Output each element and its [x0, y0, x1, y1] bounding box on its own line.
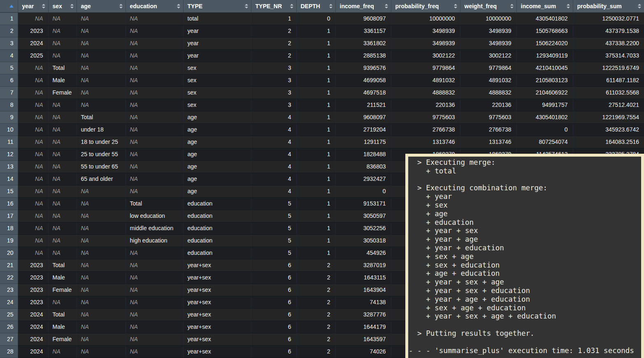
- cell-income_sum: 1293409119: [516, 49, 573, 62]
- cell-DEPTH: 1: [296, 111, 335, 123]
- table-row: 10NANAunder 18NAage412719204276673827667…: [0, 123, 644, 136]
- cell-education: NA: [126, 111, 183, 123]
- column-header-sex[interactable]: sex: [48, 0, 77, 12]
- cell-education: NA: [126, 308, 183, 321]
- console-line: > Putting results together.: [409, 329, 641, 338]
- cell-TYPE_NR: 6: [251, 271, 296, 284]
- column-label: sex: [53, 3, 62, 9]
- cell-weight_freq: 4888832: [460, 86, 516, 99]
- row-number: 23: [0, 284, 18, 296]
- row-number: 20: [0, 247, 18, 259]
- cell-sex: NA: [48, 345, 77, 358]
- table-row: 32024NANANAyear2133618023498939349893915…: [0, 37, 644, 49]
- column-label: age: [81, 3, 91, 9]
- row-number: 27: [0, 333, 18, 345]
- column-header-income_sum[interactable]: income_sum: [516, 0, 573, 12]
- column-header-income_freq[interactable]: income_freq: [335, 0, 391, 12]
- cell-DEPTH: 1: [296, 25, 335, 37]
- cell-DEPTH: 1: [296, 173, 335, 185]
- cell-weight_freq: 2766738: [460, 123, 516, 136]
- cell-education: NA: [126, 185, 183, 197]
- cell-TYPE_NR: 5: [251, 222, 296, 234]
- cell-income_freq: 1643904: [335, 284, 391, 296]
- cell-TYPE: year+sex: [183, 345, 251, 358]
- cell-income_freq: 836803: [335, 160, 391, 173]
- column-header-DEPTH[interactable]: DEPTH: [296, 0, 335, 12]
- cell-weight_freq: 220136: [460, 99, 516, 111]
- cell-TYPE: year+sex: [183, 259, 251, 271]
- cell-education: NA: [126, 271, 183, 284]
- cell-weight_freq: 9779864: [460, 62, 516, 74]
- cell-DEPTH: 1: [296, 197, 335, 210]
- cell-income_freq: 3361802: [335, 37, 391, 49]
- sort-arrows-icon: [510, 4, 514, 8]
- cell-education: NA: [126, 148, 183, 160]
- cell-TYPE: education: [183, 210, 251, 222]
- row-number: 19: [0, 234, 18, 247]
- column-header-TYPE[interactable]: TYPE: [183, 0, 251, 12]
- column-header-year[interactable]: year: [18, 0, 48, 12]
- cell-age: 55 to under 65: [77, 160, 126, 173]
- cell-year: NA: [18, 74, 48, 86]
- cell-TYPE_NR: 4: [251, 111, 296, 123]
- cell-year: NA: [18, 247, 48, 259]
- cell-income_freq: 3050318: [335, 234, 391, 247]
- console-line: > Executing merge:: [409, 158, 641, 167]
- cell-income_freq: 2719204: [335, 123, 391, 136]
- cell-income_freq: 4697518: [335, 86, 391, 99]
- cell-TYPE: year: [183, 25, 251, 37]
- cell-age: NA: [77, 62, 126, 74]
- column-label: weight_freq: [465, 3, 497, 9]
- cell-probability_freq: 9779864: [391, 62, 460, 74]
- column-header-probability_freq[interactable]: probability_freq: [391, 0, 460, 12]
- column-header-probability_sum[interactable]: probability_sum: [573, 0, 644, 12]
- column-header-education[interactable]: education: [126, 0, 183, 12]
- cell-income_freq: 9396576: [335, 62, 391, 74]
- cell-education: NA: [126, 345, 183, 358]
- cell-TYPE: sex: [183, 99, 251, 111]
- cell-income_freq: 1643597: [335, 333, 391, 345]
- cell-probability_sum: 611032.5568: [573, 86, 644, 99]
- cell-DEPTH: 2: [296, 259, 335, 271]
- row-number: 22: [0, 271, 18, 284]
- cell-education: NA: [126, 74, 183, 86]
- cell-probability_sum: 345923.6742: [573, 123, 644, 136]
- cell-TYPE_NR: 6: [251, 296, 296, 308]
- cell-weight_freq: 9775603: [460, 111, 516, 123]
- cell-education: NA: [126, 259, 183, 271]
- cell-TYPE_NR: 6: [251, 321, 296, 333]
- cell-sex: NA: [48, 210, 77, 222]
- cell-sex: Male: [48, 74, 77, 86]
- cell-age: NA: [77, 284, 126, 296]
- cell-age: NA: [77, 86, 126, 99]
- cell-education: NA: [126, 86, 183, 99]
- cell-education: Total: [126, 197, 183, 210]
- cell-probability_freq: 4888832: [391, 86, 460, 99]
- cell-probability_sum: 1221969.7554: [573, 111, 644, 123]
- cell-income_freq: 9153171: [335, 197, 391, 210]
- sort-arrows-icon: [290, 4, 293, 8]
- cell-education: NA: [126, 333, 183, 345]
- cell-TYPE: year+sex: [183, 284, 251, 296]
- cell-probability_freq: 3498939: [391, 25, 460, 37]
- row-index-header[interactable]: [0, 0, 18, 12]
- console-line: [409, 176, 641, 184]
- column-header-TYPE_NR[interactable]: TYPE_NR: [251, 0, 296, 12]
- cell-education: NA: [126, 37, 183, 49]
- cell-age: NA: [77, 271, 126, 284]
- cell-sex: Total: [48, 259, 77, 271]
- cell-age: NA: [77, 12, 126, 25]
- console-output-panel: > Executing merge: + total > Executing c…: [405, 154, 644, 358]
- console-line: + age: [409, 210, 641, 218]
- column-label: probability_sum: [577, 3, 622, 9]
- cell-year: NA: [18, 123, 48, 136]
- cell-probability_sum: 27512.4021: [573, 99, 644, 111]
- cell-education: NA: [126, 321, 183, 333]
- sort-arrows-icon: [454, 4, 457, 8]
- console-line: + year + education: [409, 244, 641, 252]
- column-header-weight_freq[interactable]: weight_freq: [460, 0, 516, 12]
- cell-age: NA: [77, 234, 126, 247]
- cell-probability_sum: 375314.7033: [573, 49, 644, 62]
- column-header-age[interactable]: age: [77, 0, 126, 12]
- cell-sex: NA: [48, 37, 77, 49]
